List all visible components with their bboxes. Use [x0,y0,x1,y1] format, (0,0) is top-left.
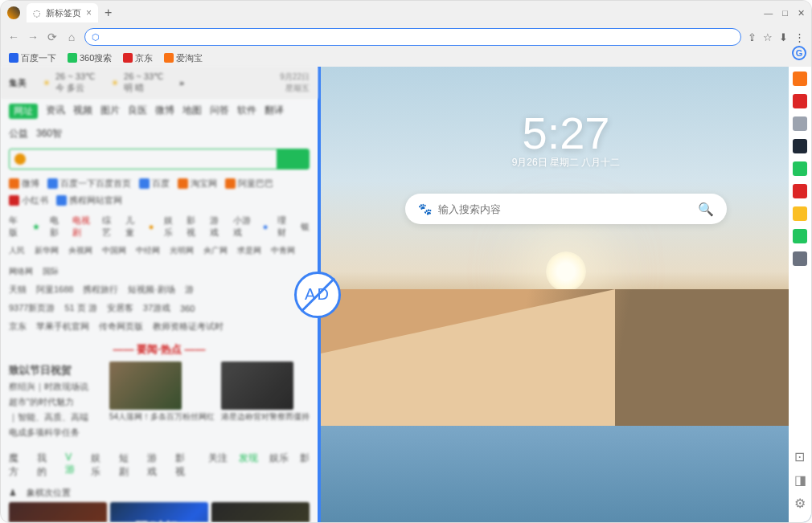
link-item[interactable]: 百度一下百度首页 [47,178,131,190]
location-label: 集美 [9,77,27,89]
news-thumbnail[interactable] [221,362,293,410]
ad-block-badge: AD [294,272,341,318]
maximize-button[interactable]: □ [782,8,788,18]
grid-link[interactable]: 51 页 游 [64,302,96,314]
browser-tab[interactable]: ◌ 新标签页 × [27,3,98,22]
grid-link[interactable]: 短视频·剧场 [128,284,174,296]
link-item[interactable]: 阿里巴巴 [225,178,273,190]
tab-title: 新标签页 [46,7,81,19]
link-item[interactable]: 百度 [139,178,170,190]
right-sidebar: ⊡ ◨ ⚙ [789,67,811,522]
lock-icon: ⬡ [92,32,100,43]
game-banner[interactable]: 限时超越 即刻开服 [110,502,208,522]
game-banner[interactable] [211,502,310,522]
grid-link[interactable]: 游 [185,284,194,296]
home-button[interactable]: ⌂ [65,31,78,43]
people-icon[interactable] [793,116,807,131]
link-item[interactable]: 微博 [9,178,39,190]
grid-link[interactable]: 教师资格证考试时 [153,321,224,333]
grid-link[interactable]: 37游戏 [143,302,170,314]
grid-link[interactable]: 传奇网页版 [99,321,143,333]
wallpaper-icon[interactable]: ⊡ [794,449,806,464]
bookmark-star-icon[interactable]: ☆ [763,31,773,43]
bookmark-item[interactable]: 360搜索 [68,52,112,64]
chess-icon: ♟ [9,488,17,498]
video-icon[interactable] [793,229,807,243]
grid-link[interactable]: 9377新页游 [9,302,55,314]
link-item[interactable]: 小红书 [9,194,48,206]
nav-item[interactable]: 翻译 [265,104,284,119]
menu-icon[interactable]: ⋮ [794,31,805,43]
back-button[interactable]: ← [7,31,20,43]
nav-item[interactable]: 良医 [128,104,147,119]
search-icon[interactable]: 🔍 [698,202,714,217]
sun-icon: ☀ [111,78,119,88]
reload-button[interactable]: ⟳ [46,31,59,43]
nav-item[interactable]: 资讯 [46,104,65,119]
game-banner[interactable] [9,502,107,522]
address-bar[interactable]: ⬡ [84,28,741,46]
new-tab-button[interactable]: + [105,6,112,20]
grid-link[interactable]: 天猫 [9,284,27,296]
nav-item[interactable]: 公益 [9,127,28,141]
search-button[interactable] [277,149,309,169]
news-banner: —— 要闻·热点 —— [9,342,310,357]
envelope-icon[interactable] [793,72,807,86]
profile-icon[interactable] [7,6,20,19]
bookmarks-bar: 百度一下360搜索京东爱淘宝 [1,49,811,67]
link-item[interactable]: 淘宝网 [178,178,217,190]
search-input[interactable] [438,203,698,215]
settings-icon[interactable]: ⚙ [794,496,806,511]
nav-item[interactable]: 360智 [36,127,62,141]
nav-item[interactable]: 软件 [237,104,256,119]
wechat-icon[interactable] [793,161,807,176]
clock-date: 9月26日 星期二 八月十二 [512,156,621,170]
news-thumbnail[interactable] [109,362,182,410]
grid-link[interactable]: 携程旅行 [83,284,118,296]
bookmark-item[interactable]: 京东 [123,52,153,64]
paw-icon: 🐾 [418,202,432,215]
wallpaper-sun [546,251,586,292]
grid-link[interactable]: 360 [180,304,195,313]
bookmark-item[interactable]: 百度一下 [9,52,56,64]
portal-search[interactable] [9,149,310,170]
plus-icon[interactable] [793,251,807,266]
music-icon[interactable] [793,139,807,153]
nav-item[interactable]: 问答 [210,104,229,119]
newtab-search[interactable]: 🐾 🔍 [405,194,727,224]
nav-item[interactable]: 微博 [155,104,174,119]
coin-icon [14,153,26,165]
link-item[interactable]: 携程网站官网 [56,194,122,206]
nav-item[interactable]: 网址 [9,104,38,119]
nav-item[interactable]: 地图 [182,104,202,119]
weibo-icon[interactable] [793,184,807,198]
layout-icon[interactable]: ◨ [794,472,806,488]
wallpaper-water [321,426,811,522]
gift-icon[interactable] [793,94,807,108]
forward-button[interactable]: → [27,31,39,43]
download-icon[interactable]: ⬇ [779,31,788,43]
nav-item[interactable]: 图片 [100,104,120,119]
clock-time: 5:27 [523,107,610,159]
right-pane-newtab: 5:27 9月26日 星期二 八月十二 🐾 🔍 [321,67,811,522]
left-pane-portal: 集美 ☀26 ~ 33℃今 多云 ☀26 ~ 33℃明 晴 » 9月22日星期五… [1,67,318,522]
tab-favicon: ◌ [33,8,41,18]
face-icon[interactable] [793,206,807,221]
grid-link[interactable]: 苹果手机官网 [36,321,89,333]
bookmark-item[interactable]: 爱淘宝 [164,52,203,64]
grid-link[interactable]: 京东 [9,321,27,333]
minimize-button[interactable]: ― [764,8,773,18]
close-tab-icon[interactable]: × [86,7,92,18]
close-button[interactable]: ✕ [798,8,805,18]
grid-link[interactable]: 安居客 [107,302,133,314]
sun-icon: ☀ [43,78,51,88]
grid-link[interactable]: 阿里1688 [36,284,73,296]
expand-icon[interactable]: » [179,78,184,88]
nav-item[interactable]: 视频 [73,104,92,119]
share-icon[interactable]: ⇪ [748,31,757,43]
browser-logo-icon[interactable]: G [792,46,806,60]
